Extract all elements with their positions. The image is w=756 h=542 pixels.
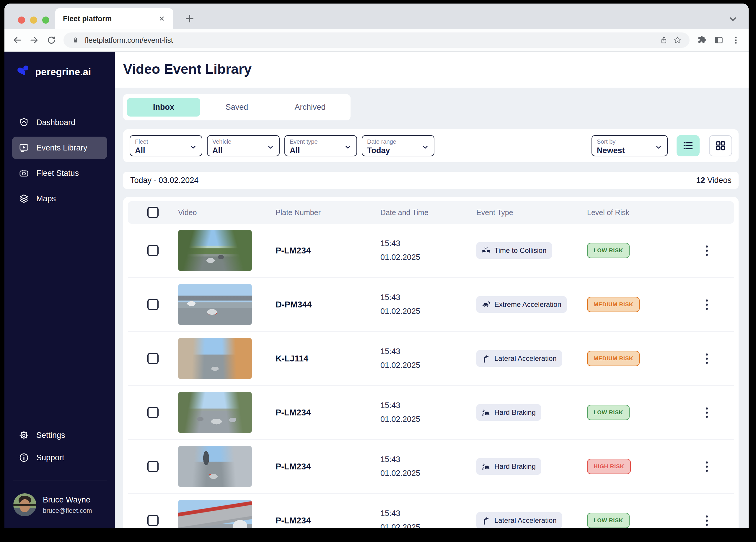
video-thumbnail[interactable] (178, 230, 252, 271)
row-menu-button[interactable] (703, 512, 711, 528)
row-checkbox[interactable] (147, 245, 159, 256)
shield-icon (19, 117, 29, 128)
side-panel-icon[interactable] (714, 35, 724, 45)
avatar (13, 493, 36, 516)
plate-number: K-LJ114 (276, 354, 308, 363)
sidebar-item-label: Settings (36, 431, 65, 440)
tab-search-chevron-icon[interactable] (728, 14, 738, 24)
table-row: K-LJ114 15:43 01.02.2025 Lateral Acceler… (128, 332, 734, 386)
row-menu-button[interactable] (703, 458, 711, 475)
bookmark-star-icon[interactable] (673, 36, 682, 45)
plate-number: P-LM234 (276, 408, 311, 417)
plate-number: P-LM234 (276, 516, 311, 525)
event-time: 15:43 (380, 293, 476, 302)
video-thumbnail[interactable] (178, 392, 252, 433)
list-view-button[interactable] (677, 135, 700, 156)
table-body: P-LM234 15:43 01.02.2025 Time to Collisi… (128, 224, 734, 528)
video-thumbnail[interactable] (178, 338, 252, 379)
sidebar-item-fleet-status[interactable]: Fleet Status (12, 162, 107, 185)
browser-toolbar: fleetplatform.com/event-list (4, 29, 749, 52)
browser-tab[interactable]: Fleet platform (55, 8, 173, 29)
event-date: 01.02.2025 (380, 307, 476, 316)
sidebar-item-maps[interactable]: Maps (12, 187, 107, 210)
risk-badge: LOW RISK (587, 243, 630, 258)
view-tabs: Inbox Saved Archived (123, 94, 351, 120)
window-controls[interactable] (18, 17, 49, 24)
risk-badge: LOW RISK (587, 513, 630, 528)
back-button[interactable] (12, 35, 22, 45)
tab-close-icon[interactable] (158, 15, 166, 22)
sidebar: peregrine.ai Dashboard Events Library Fl… (4, 52, 115, 528)
dropdown-value: All (135, 146, 197, 155)
row-checkbox[interactable] (147, 461, 159, 472)
sidebar-item-label: Support (36, 453, 64, 462)
sidebar-item-label: Dashboard (36, 118, 75, 127)
event-type-icon (482, 354, 491, 363)
row-menu-button[interactable] (703, 350, 711, 367)
sidebar-item-label: Events Library (36, 143, 87, 153)
plate-number: P-LM234 (276, 462, 311, 471)
browser-tab-strip: Fleet platform (4, 4, 749, 29)
fleet-filter-dropdown[interactable]: Fleet All (130, 135, 202, 156)
event-type-label: Extreme Acceleration (494, 300, 561, 308)
sidebar-item-settings[interactable]: Settings (12, 424, 107, 446)
close-window-button[interactable] (18, 17, 25, 24)
forward-button[interactable] (29, 35, 39, 45)
reload-button[interactable] (46, 35, 56, 45)
extensions-icon[interactable] (697, 35, 707, 45)
grid-view-icon (715, 140, 726, 152)
grid-view-button[interactable] (709, 135, 732, 156)
row-checkbox[interactable] (147, 515, 159, 526)
event-date: 01.02.2025 (380, 415, 476, 424)
plate-number: D-PM344 (276, 300, 312, 309)
gear-icon (19, 430, 29, 440)
event-time: 15:43 (380, 509, 476, 518)
filters-bar: Fleet All Vehicle All Event type All (123, 129, 739, 162)
user-email: bruce@fleet.com (43, 507, 92, 515)
row-checkbox[interactable] (147, 353, 159, 364)
table-row: P-LM234 15:43 01.02.2025 Hard Braking HI… (128, 440, 734, 494)
date-group-header: Today - 03.02.2024 12 Videos (123, 172, 739, 189)
tab-archived[interactable]: Archived (273, 98, 347, 117)
user-profile[interactable]: Bruce Wayne bruce@fleet.com (12, 493, 107, 516)
browser-menu-icon[interactable] (731, 35, 741, 45)
video-count: 12 Videos (696, 176, 731, 185)
dropdown-label: Fleet (135, 138, 197, 145)
table-row: D-PM344 15:43 01.02.2025 Extreme Acceler… (128, 277, 734, 332)
main-content: Video Event Library Inbox Saved Archived… (115, 52, 749, 528)
plate-number: P-LM234 (276, 246, 311, 255)
video-thumbnail[interactable] (178, 446, 252, 487)
row-checkbox[interactable] (147, 407, 159, 418)
minimize-window-button[interactable] (30, 17, 37, 24)
tab-inbox[interactable]: Inbox (127, 98, 200, 117)
share-icon[interactable] (659, 36, 668, 45)
event-type-icon (482, 408, 491, 417)
sidebar-item-support[interactable]: Support (12, 446, 107, 469)
maximize-window-button[interactable] (42, 17, 49, 24)
select-all-checkbox[interactable] (147, 207, 159, 218)
event-type-icon (482, 516, 491, 525)
dropdown-label: Vehicle (212, 138, 274, 145)
risk-badge: LOW RISK (587, 405, 630, 420)
vehicle-filter-dropdown[interactable]: Vehicle All (207, 135, 280, 156)
event-type-chip: Hard Braking (476, 404, 541, 421)
column-header-datetime: Date and Time (380, 208, 476, 217)
new-tab-button[interactable] (184, 13, 195, 24)
column-header-event-type: Event Type (476, 208, 587, 217)
sidebar-item-dashboard[interactable]: Dashboard (12, 111, 107, 134)
event-type-filter-dropdown[interactable]: Event type All (284, 135, 357, 156)
date-range-filter-dropdown[interactable]: Date range Today (362, 135, 434, 156)
risk-badge: MEDIUM RISK (587, 351, 640, 366)
sort-dropdown[interactable]: Sort by Newest (592, 135, 668, 156)
address-bar[interactable]: fleetplatform.com/event-list (63, 32, 690, 48)
column-header-plate: Plate Number (276, 208, 380, 217)
row-menu-button[interactable] (703, 404, 711, 421)
page-title: Video Event Library (123, 61, 749, 77)
row-menu-button[interactable] (703, 243, 711, 259)
row-checkbox[interactable] (147, 299, 159, 310)
row-menu-button[interactable] (703, 296, 711, 313)
tab-saved[interactable]: Saved (200, 98, 273, 117)
video-thumbnail[interactable] (178, 284, 252, 325)
video-thumbnail[interactable] (178, 500, 252, 528)
sidebar-item-events-library[interactable]: Events Library (12, 137, 107, 159)
